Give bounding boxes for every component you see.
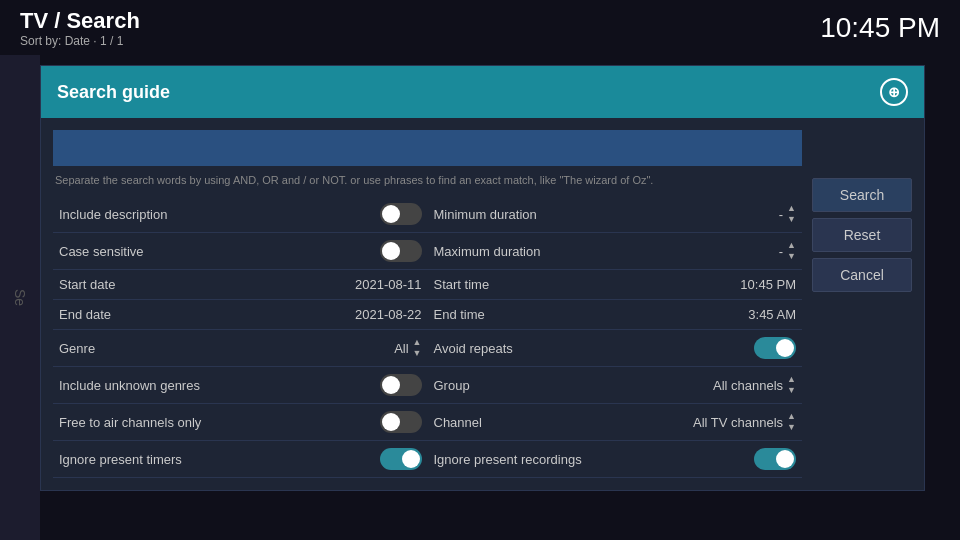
option-avoid-repeats: Avoid repeats xyxy=(428,330,803,367)
option-include-description: Include description xyxy=(53,196,428,233)
toggle-knob xyxy=(382,242,400,260)
option-include-unknown-genres: Include unknown genres xyxy=(53,367,428,404)
group-value: All channels ▲ ▼ xyxy=(713,374,796,396)
sidebar: Se xyxy=(0,55,40,540)
ignore-timers-label: Ignore present timers xyxy=(59,452,182,467)
up-arrow: ▲ xyxy=(787,203,796,214)
minimum-duration-value: - ▲ ▼ xyxy=(779,203,796,225)
options-grid: Include description Minimum duration - ▲… xyxy=(53,196,802,478)
start-date-value: 2021-08-11 xyxy=(355,277,422,292)
reset-button[interactable]: Reset xyxy=(812,218,912,252)
option-end-date: End date 2021-08-22 xyxy=(53,300,428,330)
option-free-to-air: Free to air channels only xyxy=(53,404,428,441)
case-sensitive-toggle[interactable] xyxy=(380,240,422,262)
include-unknown-genres-label: Include unknown genres xyxy=(59,378,200,393)
genre-label: Genre xyxy=(59,341,95,356)
avoid-repeats-label: Avoid repeats xyxy=(434,341,513,356)
search-guide-dialog: Search guide ⊕ Separate the search words… xyxy=(40,65,925,491)
maximum-duration-text: - xyxy=(779,244,783,259)
option-case-sensitive: Case sensitive xyxy=(53,233,428,270)
option-end-time: End time 3:45 AM xyxy=(428,300,803,330)
ignore-recordings-toggle[interactable] xyxy=(754,448,796,470)
down-arrow: ▼ xyxy=(787,422,796,433)
include-unknown-genres-toggle[interactable] xyxy=(380,374,422,396)
free-to-air-label: Free to air channels only xyxy=(59,415,201,430)
option-minimum-duration: Minimum duration - ▲ ▼ xyxy=(428,196,803,233)
search-text-input[interactable] xyxy=(53,130,802,166)
toggle-knob xyxy=(382,205,400,223)
end-date-value: 2021-08-22 xyxy=(355,307,422,322)
up-arrow: ▲ xyxy=(787,240,796,251)
start-time-label: Start time xyxy=(434,277,490,292)
group-spinner[interactable]: ▲ ▼ xyxy=(787,374,796,396)
dialog-sidebar: Search Reset Cancel xyxy=(812,130,912,478)
minimum-duration-text: - xyxy=(779,207,783,222)
ignore-timers-toggle[interactable] xyxy=(380,448,422,470)
genre-spinner[interactable]: ▲ ▼ xyxy=(413,337,422,359)
dialog-main: Separate the search words by using AND, … xyxy=(53,130,802,478)
dialog-title: Search guide xyxy=(57,82,170,103)
kodi-icon: ⊕ xyxy=(880,78,908,106)
cancel-button[interactable]: Cancel xyxy=(812,258,912,292)
channel-spinner[interactable]: ▲ ▼ xyxy=(787,411,796,433)
down-arrow: ▼ xyxy=(787,214,796,225)
dialog-body: Separate the search words by using AND, … xyxy=(41,118,924,490)
option-ignore-timers: Ignore present timers xyxy=(53,441,428,478)
genre-text: All xyxy=(394,341,408,356)
ignore-recordings-label: Ignore present recordings xyxy=(434,452,582,467)
avoid-repeats-toggle[interactable] xyxy=(754,337,796,359)
toggle-knob xyxy=(382,413,400,431)
maximum-duration-value: - ▲ ▼ xyxy=(779,240,796,262)
toggle-knob xyxy=(382,376,400,394)
option-genre: Genre All ▲ ▼ xyxy=(53,330,428,367)
down-arrow: ▼ xyxy=(413,348,422,359)
group-text: All channels xyxy=(713,378,783,393)
end-time-label: End time xyxy=(434,307,485,322)
group-label: Group xyxy=(434,378,470,393)
case-sensitive-label: Case sensitive xyxy=(59,244,144,259)
up-arrow: ▲ xyxy=(787,374,796,385)
end-date-label: End date xyxy=(59,307,111,322)
start-date-label: Start date xyxy=(59,277,115,292)
search-hint-text: Separate the search words by using AND, … xyxy=(53,174,802,186)
include-description-toggle[interactable] xyxy=(380,203,422,225)
clock: 10:45 PM xyxy=(820,12,940,44)
option-group: Group All channels ▲ ▼ xyxy=(428,367,803,404)
start-time-value: 10:45 PM xyxy=(740,277,796,292)
option-maximum-duration: Maximum duration - ▲ ▼ xyxy=(428,233,803,270)
up-arrow: ▲ xyxy=(787,411,796,422)
up-arrow: ▲ xyxy=(413,337,422,348)
maximum-duration-label: Maximum duration xyxy=(434,244,541,259)
option-start-date: Start date 2021-08-11 xyxy=(53,270,428,300)
down-arrow: ▼ xyxy=(787,385,796,396)
page-subtitle: Sort by: Date · 1 / 1 xyxy=(20,34,140,48)
maximum-duration-spinner[interactable]: ▲ ▼ xyxy=(787,240,796,262)
dialog-header: Search guide ⊕ xyxy=(41,66,924,118)
genre-value: All ▲ ▼ xyxy=(394,337,421,359)
option-channel: Channel All TV channels ▲ ▼ xyxy=(428,404,803,441)
search-input-wrapper xyxy=(53,130,802,166)
toggle-knob xyxy=(402,450,420,468)
page-title: TV / Search xyxy=(20,8,140,34)
free-to-air-toggle[interactable] xyxy=(380,411,422,433)
toggle-knob xyxy=(776,450,794,468)
top-bar: TV / Search Sort by: Date · 1 / 1 10:45 … xyxy=(0,0,960,55)
search-button[interactable]: Search xyxy=(812,178,912,212)
end-time-value: 3:45 AM xyxy=(748,307,796,322)
channel-label: Channel xyxy=(434,415,482,430)
option-ignore-recordings: Ignore present recordings xyxy=(428,441,803,478)
down-arrow: ▼ xyxy=(787,251,796,262)
minimum-duration-label: Minimum duration xyxy=(434,207,537,222)
include-description-label: Include description xyxy=(59,207,167,222)
toggle-knob xyxy=(776,339,794,357)
channel-text: All TV channels xyxy=(693,415,783,430)
minimum-duration-spinner[interactable]: ▲ ▼ xyxy=(787,203,796,225)
channel-value: All TV channels ▲ ▼ xyxy=(693,411,796,433)
option-start-time: Start time 10:45 PM xyxy=(428,270,803,300)
sidebar-label: Se xyxy=(12,289,28,306)
